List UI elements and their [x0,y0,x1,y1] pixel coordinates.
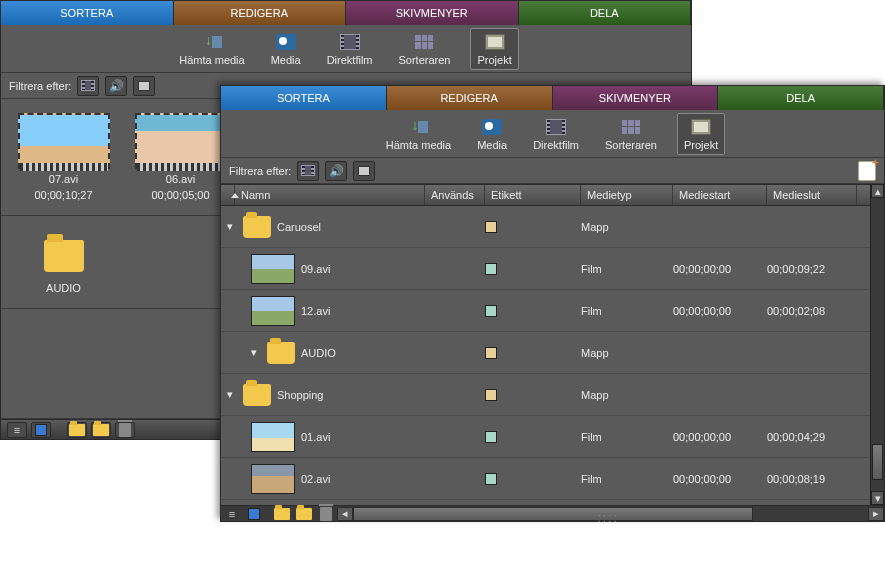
scroll-up-button[interactable]: ▴ [871,184,884,198]
table-row[interactable]: ▾CaruoselMapp [221,206,884,248]
folder-icon [267,342,295,364]
clip-item[interactable]: 07.avi 00;00;10;27 [11,109,116,205]
filter-video-button[interactable] [297,161,319,181]
tab-share[interactable]: DELA [519,1,692,25]
delete-button[interactable] [315,504,337,524]
clip-thumbnail [251,296,295,326]
sorter-button[interactable]: Sorteraren [599,114,663,154]
media-start: 00;00;00;00 [673,431,767,443]
new-item-button[interactable] [858,161,876,181]
project-icon [691,119,711,135]
filter-audio-button[interactable]: 🔊 [105,76,127,96]
main-tabs: SORTERA REDIGERA SKIVMENYER DELA [221,86,884,110]
horizontal-scrollbar[interactable]: ≡ ◂ ▸ [221,505,884,521]
scroll-thumb[interactable] [353,507,753,521]
tab-disc[interactable]: SKIVMENYER [553,86,719,110]
clip-thumbnail [251,464,295,494]
project-button[interactable]: Projekt [470,28,518,70]
media-label: Media [477,139,507,151]
scroll-right-button[interactable]: ▸ [868,507,884,521]
col-name[interactable]: Namn [235,185,425,205]
media-start: 00;00;00;00 [673,473,767,485]
new-folder-button[interactable] [293,504,315,524]
trash-icon [119,423,131,437]
table-row[interactable]: 12.aviFilm00;00;00;0000;00;02;08 [221,290,884,332]
col-type[interactable]: Medietyp [581,185,673,205]
vertical-scrollbar[interactable]: ▴ ▾ [870,184,884,505]
view-grid-button[interactable] [243,504,265,524]
resize-handle[interactable]: :::: [597,511,618,525]
media-start: 00;00;00;00 [673,305,767,317]
film-icon [81,80,95,91]
folder-item[interactable]: AUDIO [11,226,116,298]
folder-icon [93,424,109,436]
expander-icon[interactable]: ▾ [227,220,237,233]
label-swatch[interactable] [485,431,497,443]
table-row[interactable]: 02.aviFilm00;00;00;0000;00;08;19 [221,458,884,500]
direct-film-button[interactable]: Direktfilm [527,114,585,154]
tab-edit[interactable]: REDIGERA [174,1,347,25]
clip-thumbnail [18,113,110,169]
sorter-button[interactable]: Sorteraren [393,29,457,69]
view-list-button[interactable]: ≡ [221,504,243,524]
label-swatch[interactable] [485,389,497,401]
filter-audio-button[interactable]: 🔊 [325,161,347,181]
table-row[interactable]: 01.aviFilm00;00;00;0000;00;04;29 [221,416,884,458]
folder-name: AUDIO [46,282,81,294]
project-button[interactable]: Projekt [677,113,725,155]
label-swatch[interactable] [485,221,497,233]
open-folder-button[interactable] [271,504,293,524]
media-button[interactable]: Media [471,114,513,154]
label-swatch[interactable] [485,305,497,317]
filter-image-button[interactable] [353,161,375,181]
col-label[interactable]: Etikett [485,185,581,205]
filter-video-button[interactable] [77,76,99,96]
open-folder-button[interactable] [67,422,87,438]
table-row[interactable]: ▾AUDIOMapp [221,332,884,374]
tab-disc[interactable]: SKIVMENYER [346,1,519,25]
tab-share[interactable]: DELA [718,86,884,110]
media-label: Media [271,54,301,66]
window-list: SORTERA REDIGERA SKIVMENYER DELA Hämta m… [220,85,885,522]
tab-sort[interactable]: SORTERA [1,1,174,25]
clip-thumbnail [251,422,295,452]
scroll-thumb[interactable] [872,444,883,480]
tab-sort[interactable]: SORTERA [221,86,387,110]
table-row[interactable]: 09.aviFilm00;00;00;0000;00;09;22 [221,248,884,290]
col-start[interactable]: Mediestart [673,185,767,205]
tab-edit[interactable]: REDIGERA [387,86,553,110]
scroll-left-button[interactable]: ◂ [337,507,353,521]
direct-film-label: Direktfilm [327,54,373,66]
item-name: 09.avi [301,263,330,275]
direct-film-button[interactable]: Direktfilm [321,29,379,69]
col-expand[interactable] [221,185,235,205]
expander-icon[interactable]: ▾ [227,388,237,401]
fetch-media-button[interactable]: Hämta media [173,29,250,69]
label-swatch[interactable] [485,473,497,485]
sound-icon: 🔊 [329,164,344,178]
filter-image-button[interactable] [133,76,155,96]
sorter-label: Sorteraren [605,139,657,151]
toolbar: Hämta media Media Direktfilm Sorteraren … [221,110,884,158]
media-type: Film [581,431,673,443]
delete-button[interactable] [115,422,135,438]
table-row[interactable]: ▾ShoppingMapp [221,374,884,416]
view-list-button[interactable]: ≡ [7,422,27,438]
new-folder-button[interactable] [91,422,111,438]
view-grid-button[interactable] [31,422,51,438]
square-icon [248,508,260,520]
clip-name: 06.avi [166,173,195,185]
fetch-media-button[interactable]: Hämta media [380,114,457,154]
list-icon: ≡ [229,508,235,520]
expander-icon[interactable]: ▾ [251,346,261,359]
label-swatch[interactable] [485,347,497,359]
clip-thumbnail [251,254,295,284]
clip-item[interactable]: 06.avi 00;00;05;00 [128,109,233,205]
label-swatch[interactable] [485,263,497,275]
col-used[interactable]: Används [425,185,485,205]
col-end[interactable]: Medieslut [767,185,857,205]
scroll-down-button[interactable]: ▾ [871,491,884,505]
sound-icon: 🔊 [109,79,124,93]
media-button[interactable]: Media [265,29,307,69]
media-start: 00;00;00;00 [673,263,767,275]
